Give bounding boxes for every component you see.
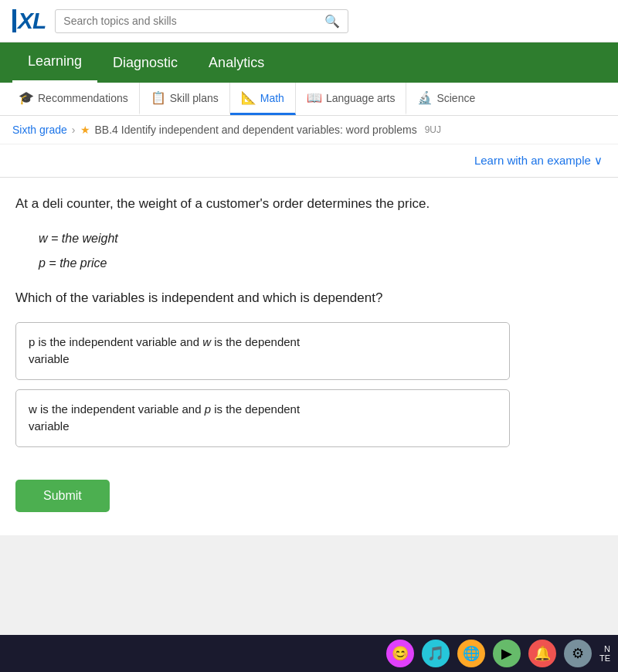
subnav-recommendations[interactable]: 🎓 Recommendations [8,83,140,115]
top-bar: XL 🔍 [0,0,618,42]
logo-bar-icon [12,9,16,32]
question-area: At a deli counter, the weight of a custo… [0,178,618,464]
question-text: At a deli counter, the weight of a custo… [15,193,603,214]
recommendations-icon: 🎓 [19,90,34,105]
breadcrumb-grade[interactable]: Sixth grade [12,124,67,136]
search-input[interactable] [63,15,324,27]
taskbar-icon-6[interactable]: ⚙ [564,640,592,667]
subnav-math-label: Math [260,92,284,104]
subnav-languagearts-label: Language arts [326,92,396,104]
variable-w: w = the weight [39,226,603,251]
nav-item-learning[interactable]: Learning [12,42,97,83]
breadcrumb-code: 9UJ [425,124,441,135]
which-question: Which of the variables is independent an… [15,288,603,308]
subnav-skillplans-label: Skill plans [170,92,219,104]
taskbar: 😊 🎵 🌐 ▶ 🔔 ⚙ NTE [0,635,618,672]
submit-area: Submit [0,464,618,535]
submit-button[interactable]: Submit [15,480,110,512]
logo-text: XL [18,8,46,34]
logo: XL [12,8,46,34]
nav-item-analytics[interactable]: Analytics [193,44,280,82]
subnav-science[interactable]: 🔬 Science [406,83,486,115]
option2-text-before: w is the independent variable and [29,402,205,416]
breadcrumb: Sixth grade › ★ BB.4 Identify independen… [0,116,618,144]
learn-example-bar: Learn with an example ∨ [0,144,618,178]
option2-italic: p [205,402,211,416]
sub-nav: 🎓 Recommendations 📋 Skill plans 📐 Math 📖… [0,83,618,116]
nav-bar: Learning Diagnostic Analytics [0,42,618,83]
math-icon: 📐 [241,90,256,105]
variables-list: w = the weight p = the price [39,226,603,276]
languagearts-icon: 📖 [307,90,322,105]
skillplans-icon: 📋 [151,90,166,105]
subnav-skillplans[interactable]: 📋 Skill plans [140,83,230,115]
option1-text-before: p is the independent variable and [29,335,202,348]
taskbar-icon-5[interactable]: 🔔 [528,640,556,667]
subnav-recommendations-label: Recommendations [38,92,128,104]
breadcrumb-chevron-icon: › [72,124,76,136]
breadcrumb-skill: BB.4 Identify independent and dependent … [95,124,417,136]
subnav-math[interactable]: 📐 Math [230,83,296,115]
breadcrumb-star-icon: ★ [80,124,90,136]
search-icon: 🔍 [324,14,340,29]
search-box[interactable]: 🔍 [55,9,348,33]
answer-option-1[interactable]: p is the independent variable and w is t… [15,322,510,380]
learn-example-link[interactable]: Learn with an example ∨ [474,154,603,167]
taskbar-icon-3[interactable]: 🌐 [457,640,485,667]
taskbar-time: NTE [599,644,610,663]
subnav-languagearts[interactable]: 📖 Language arts [296,83,407,115]
option1-italic: w [202,335,211,348]
taskbar-icon-4[interactable]: ▶ [493,640,521,667]
variable-p: p = the price [39,251,603,276]
subnav-science-label: Science [436,92,475,104]
science-icon: 🔬 [417,90,433,105]
taskbar-icon-2[interactable]: 🎵 [422,640,450,667]
main-content: Learn with an example ∨ At a deli counte… [0,144,618,535]
nav-item-diagnostic[interactable]: Diagnostic [97,44,193,82]
taskbar-icon-1[interactable]: 😊 [386,640,414,667]
answer-option-2[interactable]: w is the independent variable and p is t… [15,389,510,447]
